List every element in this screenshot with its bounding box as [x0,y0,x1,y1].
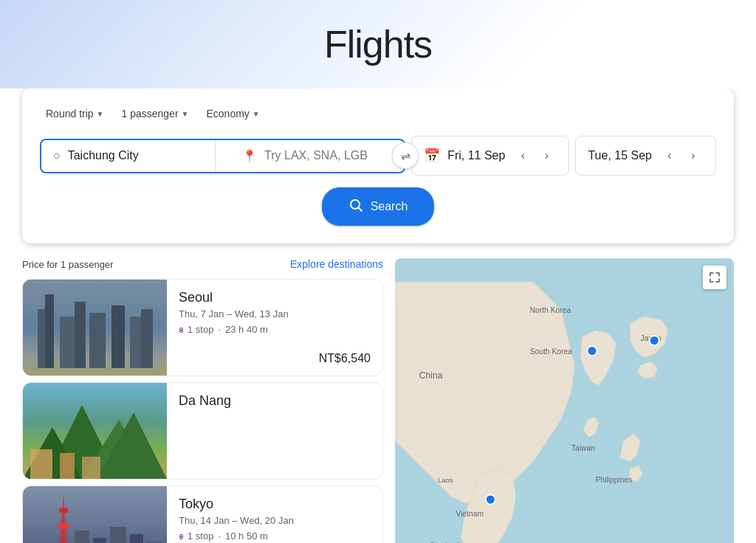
tokyo-skyline [23,486,167,543]
svg-rect-17 [60,453,75,479]
svg-rect-18 [82,457,100,479]
flight-city-seoul: Seoul [179,290,371,305]
expand-icon [709,272,721,283]
flight-card-seoul[interactable]: Seoul Thu, 7 Jan – Wed, 13 Jan ꚛ 1 stop … [22,279,383,376]
stops-count-seoul: 1 stop [188,324,213,335]
page-title: Flights [0,15,756,81]
search-inputs: ○ ⇌ 📍 📅 Fri, 11 Sep ‹ › Tue, 15 Sep [40,136,716,176]
trip-type-button[interactable]: Round trip ▼ [40,103,110,124]
class-label: Economy [206,108,249,120]
return-date-field[interactable]: Tue, 15 Sep ‹ › [575,136,716,176]
svg-rect-24 [75,530,89,543]
svg-rect-5 [60,317,75,368]
return-date-next[interactable]: › [683,145,704,166]
flight-dates-seoul: Thu, 7 Jan – Wed, 13 Jan [179,308,371,319]
departure-date-prev[interactable]: ‹ [512,145,533,166]
flight-stops-tokyo: ꚛ 1 stop · 10 h 50 m [179,530,371,542]
results-section: Price for 1 passenger Explore destinatio… [22,258,734,543]
map-svg: North Korea South Korea Japan China Taiw… [395,258,734,543]
svg-point-41 [587,346,597,356]
svg-text:Vietnam: Vietnam [456,510,484,518]
search-panel: Round trip ▼ 1 passenger ▼ Economy ▼ ○ ⇌… [22,89,734,243]
svg-rect-8 [111,305,125,368]
price-label: Price for 1 passenger [22,259,114,270]
flight-image-danang [23,383,167,479]
flight-stops-seoul: ꚛ 1 stop · 23 h 40 m [179,324,371,335]
search-icon [348,198,363,215]
destination-field[interactable]: 📍 [215,140,404,172]
flight-dates-tokyo: Thu, 14 Jan – Wed, 20 Jan [179,515,371,526]
stops-hk-icon-seoul: ꚛ [179,324,183,335]
header: Flights [0,0,756,89]
svg-rect-23 [59,508,68,513]
flight-city-tokyo: Tokyo [179,497,371,512]
svg-rect-19 [23,486,167,543]
svg-rect-25 [93,538,106,543]
flight-info-tokyo: Tokyo Thu, 14 Jan – Wed, 20 Jan ꚛ 1 stop… [167,486,382,543]
flight-info-danang: Da Nang [167,383,382,479]
svg-text:Taiwan: Taiwan [571,444,595,452]
map-container: North Korea South Korea Japan China Taiw… [395,258,734,543]
explore-destinations-link[interactable]: Explore destinations [290,258,383,270]
stops-duration-tokyo: 10 h 50 m [225,530,268,542]
class-chevron-icon: ▼ [252,110,260,118]
svg-rect-26 [110,527,126,543]
date-inputs: 📅 Fri, 11 Sep ‹ › Tue, 15 Sep ‹ › [411,136,716,176]
destination-pin-icon: 📍 [242,149,257,163]
svg-point-43 [486,494,495,504]
destination-input[interactable] [264,149,392,162]
flight-card-danang[interactable]: Da Nang [22,382,383,480]
map-expand-button[interactable] [703,266,726,289]
svg-rect-6 [75,302,86,368]
svg-text:South Korea: South Korea [530,347,573,356]
svg-rect-4 [45,294,54,368]
danang-landscape [23,383,167,479]
svg-text:Philippines: Philippines [596,476,633,484]
results-list: Price for 1 passenger Explore destinatio… [22,258,395,543]
return-date-prev[interactable]: ‹ [659,145,680,166]
swap-button[interactable]: ⇌ [392,142,419,169]
trip-type-chevron-icon: ▼ [97,110,104,118]
search-btn-row: Search [40,187,716,226]
stops-count-tokyo: 1 stop [188,530,213,542]
svg-rect-10 [141,309,153,368]
flight-card-tokyo[interactable]: Tokyo Thu, 14 Jan – Wed, 20 Jan ꚛ 1 stop… [22,485,383,543]
svg-rect-22 [58,523,69,529]
flight-image-seoul [23,280,167,376]
flight-city-danang: Da Nang [179,393,371,409]
stops-hk-icon-tokyo: ꚛ [179,530,183,542]
trip-type-label: Round trip [46,108,94,120]
svg-rect-16 [30,449,52,479]
departure-date-field[interactable]: 📅 Fri, 11 Sep ‹ › [411,136,569,176]
departure-date-next[interactable]: › [536,145,557,166]
results-header: Price for 1 passenger Explore destinatio… [22,258,383,270]
svg-text:China: China [419,370,443,381]
stops-duration-seoul: 23 h 40 m [225,324,268,335]
search-label: Search [371,200,408,213]
flight-price-seoul: NT$6,540 [179,352,371,365]
flight-info-seoul: Seoul Thu, 7 Jan – Wed, 13 Jan ꚛ 1 stop … [167,280,382,376]
passengers-label: 1 passenger [122,108,179,120]
svg-text:Laos: Laos [438,477,453,484]
location-inputs: ○ ⇌ 📍 [40,139,405,173]
departure-date-nav: ‹ › [512,145,557,166]
passengers-button[interactable]: 1 passenger ▼ [116,103,195,124]
departure-date: Fri, 11 Sep [447,149,505,162]
svg-rect-27 [130,534,143,543]
search-button[interactable]: Search [322,187,435,226]
class-button[interactable]: Economy ▼ [200,103,265,124]
svg-text:North Korea: North Korea [530,306,571,314]
return-date: Tue, 15 Sep [588,149,652,162]
origin-field[interactable]: ○ [41,140,215,172]
svg-point-42 [650,336,659,345]
calendar-icon: 📅 [424,148,440,164]
search-options: Round trip ▼ 1 passenger ▼ Economy ▼ [40,103,716,124]
seoul-skyline [23,280,167,376]
svg-line-1 [358,208,362,212]
origin-circle-icon: ○ [53,149,61,162]
passengers-chevron-icon: ▼ [182,110,189,118]
flight-image-tokyo [23,486,167,543]
svg-rect-7 [89,313,106,368]
origin-input[interactable] [68,149,203,162]
return-date-nav: ‹ › [659,145,704,166]
